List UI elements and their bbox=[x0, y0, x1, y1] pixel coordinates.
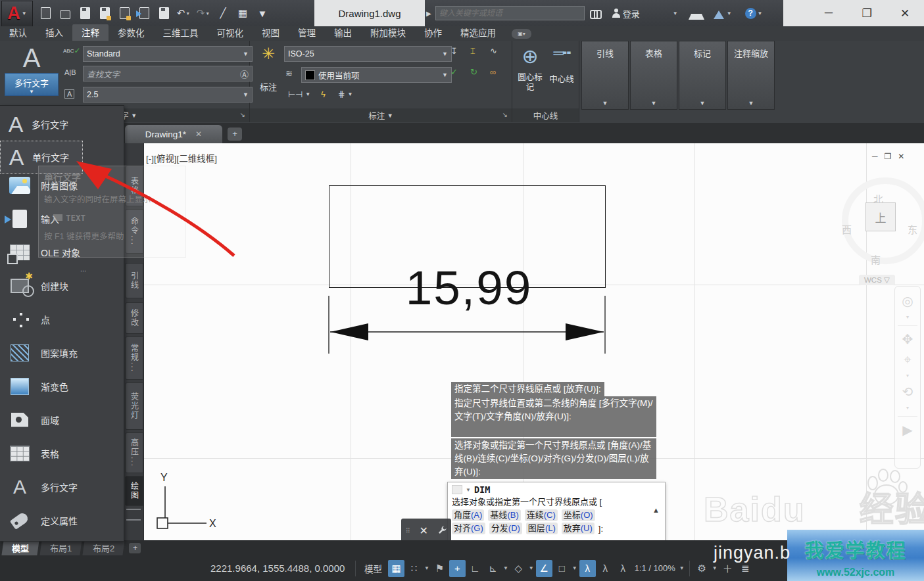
wrench-icon[interactable] bbox=[437, 525, 447, 536]
layout-tab-模型[interactable]: 模型 bbox=[1, 540, 39, 555]
open-icon[interactable] bbox=[57, 5, 73, 21]
command-option-L[interactable]: 图层(L) bbox=[526, 523, 558, 534]
search-expand-icon[interactable]: ▶ bbox=[426, 10, 431, 17]
polar-tracking-icon[interactable]: ⊾ bbox=[485, 560, 501, 577]
chevron-down-icon[interactable]: ▼ bbox=[503, 565, 508, 571]
menu-item-渐变色[interactable]: 渐变色 bbox=[0, 369, 123, 403]
dimension-button[interactable]: ✳ 标注 bbox=[254, 45, 283, 93]
dynamic-input-icon[interactable]: + bbox=[449, 560, 466, 577]
collapsed-panel-表格[interactable]: 表格▼ bbox=[630, 41, 677, 110]
showmotion-icon[interactable]: ▶ bbox=[902, 422, 912, 438]
menu-item-图案填充[interactable]: 图案填充 bbox=[0, 336, 123, 369]
object-snap-tracking-icon[interactable]: ∠ bbox=[536, 560, 552, 577]
command-option-U[interactable]: 放弃(U) bbox=[562, 523, 595, 534]
chevron-down-icon[interactable]: ▼ bbox=[582, 100, 628, 106]
measure-icon[interactable]: ╱ bbox=[215, 5, 231, 21]
help-icon[interactable]: ? bbox=[745, 8, 756, 19]
command-dock[interactable]: ⠿ ✕ bbox=[401, 519, 451, 542]
chevron-down-icon[interactable]: ▼ bbox=[679, 565, 685, 571]
object-snap-icon[interactable]: □ bbox=[554, 560, 570, 577]
chevron-down-icon[interactable]: ▼ bbox=[631, 100, 677, 106]
command-option-A[interactable]: 角度(A) bbox=[452, 509, 484, 521]
dim-break-icon[interactable]: ↧ bbox=[450, 46, 458, 56]
chevron-down-icon[interactable]: ▼ bbox=[727, 11, 732, 16]
sign-in-button[interactable]: 登录 bbox=[623, 7, 640, 20]
open-from-web-icon[interactable] bbox=[116, 5, 132, 21]
pan-icon[interactable]: ✥ bbox=[902, 331, 913, 347]
palette-tab-高压...[interactable]: 高压... bbox=[125, 432, 143, 473]
ortho-icon[interactable]: ∟ bbox=[467, 560, 483, 577]
minimize-icon[interactable]: ─ bbox=[810, 7, 848, 20]
annotation-autoscale-icon[interactable]: λ bbox=[597, 560, 614, 577]
palette-tab-荧光灯[interactable]: 荧光灯 bbox=[125, 383, 143, 430]
customization-gear-icon[interactable]: ⚙ bbox=[694, 560, 710, 577]
ribbon-tab-参数化[interactable]: 参数化 bbox=[109, 24, 154, 41]
command-option-G[interactable]: 对齐(G) bbox=[452, 523, 485, 534]
dialog-launcher-icon[interactable]: ↘ bbox=[502, 111, 508, 118]
mtext-split-button[interactable]: A 多行文字▼ bbox=[5, 44, 58, 96]
tolerance-icon[interactable]: ∿ bbox=[490, 46, 497, 56]
ribbon-tab-视图[interactable]: 视图 bbox=[253, 24, 289, 41]
find-text-input[interactable]: 查找文字 Ⓐ bbox=[83, 66, 253, 81]
annotation-scale-value[interactable]: 1:1 / 100% bbox=[635, 563, 675, 573]
text-style-select[interactable]: Standard▼ bbox=[83, 46, 253, 62]
chevron-down-icon[interactable]: ▼ bbox=[185, 11, 190, 16]
continue-dim-icon[interactable]: ⋕ ▼ bbox=[338, 89, 353, 99]
wcs-menu[interactable]: WCS ▽ bbox=[859, 275, 895, 285]
viewcube-top-face[interactable]: 上 bbox=[865, 202, 896, 231]
chevron-down-icon[interactable]: ▼ bbox=[205, 11, 210, 16]
command-window[interactable]: ▼ DIM 选择对象或指定第一个尺寸界线原点或 [ 角度(A)基线(B)连续(C… bbox=[447, 482, 666, 542]
menu-item-mtext[interactable]: A 多行文字 bbox=[0, 108, 83, 141]
ribbon-tab-默认[interactable]: 默认 bbox=[0, 24, 36, 41]
search-input[interactable] bbox=[435, 6, 585, 20]
connect-cloud-icon[interactable]: ▣▾ bbox=[512, 29, 531, 39]
grid-icon[interactable]: ▦ bbox=[388, 560, 404, 577]
maximize-icon[interactable]: ❐ bbox=[848, 7, 886, 20]
quick-dim-icon[interactable]: ϟ bbox=[321, 89, 326, 99]
collapsed-panel-引线[interactable]: 引线▼ bbox=[581, 41, 629, 110]
chevron-down-icon[interactable]: ▼ bbox=[466, 487, 471, 493]
palette-grip[interactable] bbox=[126, 509, 141, 521]
menu-item-定义属性[interactable]: 定义属性 bbox=[0, 503, 123, 537]
center-mark-button[interactable]: ⊕ 圆心标记 bbox=[515, 45, 545, 93]
centerline-button[interactable]: ═╍ 中心线 bbox=[547, 45, 577, 85]
undo-icon[interactable]: ↶▼ bbox=[176, 5, 191, 21]
close-icon[interactable]: ✕ bbox=[886, 7, 924, 20]
chevron-down-icon[interactable]: ▼ bbox=[572, 565, 577, 571]
linear-dim-icon[interactable]: ⊢⊣ ▼ bbox=[288, 89, 310, 99]
plot-icon[interactable] bbox=[156, 5, 172, 21]
command-option-B[interactable]: 基线(B) bbox=[488, 509, 520, 521]
annotation-visibility-icon[interactable]: λ bbox=[579, 560, 596, 577]
dialog-launcher-icon[interactable]: ↘ bbox=[240, 111, 245, 118]
command-option-O[interactable]: 坐标(O) bbox=[562, 509, 595, 521]
palette-tab-引线[interactable]: 引线 bbox=[125, 263, 143, 298]
ribbon-tab-协作[interactable]: 协作 bbox=[415, 24, 451, 41]
viewcube-south[interactable]: 南 bbox=[871, 252, 881, 266]
panel-label-dimension[interactable]: 标注 ▼ bbox=[250, 108, 512, 122]
navigation-wheel-icon[interactable]: ◎ bbox=[902, 293, 913, 309]
close-tab-icon[interactable]: ✕ bbox=[195, 129, 202, 139]
qat-customize-icon[interactable]: ▼ bbox=[255, 5, 270, 21]
close-icon[interactable]: ✕ bbox=[419, 524, 427, 537]
reassociate-icon[interactable]: ∞ bbox=[490, 67, 496, 77]
app-store-cart-icon[interactable] bbox=[689, 7, 704, 20]
command-option-C[interactable]: 连续(C) bbox=[525, 509, 558, 521]
infer-constraints-icon[interactable]: ⚑ bbox=[431, 560, 448, 577]
text-height-select[interactable]: 2.5▼ bbox=[83, 87, 253, 103]
command-history-toggle-icon[interactable]: ▲ bbox=[652, 506, 660, 514]
palette-tab-常规...[interactable]: 常规... bbox=[125, 337, 143, 380]
ribbon-tab-精选应用[interactable]: 精选应用 bbox=[451, 24, 505, 41]
ribbon-tab-输出[interactable]: 输出 bbox=[325, 24, 361, 41]
save-as-icon[interactable] bbox=[97, 5, 112, 21]
chevron-down-icon[interactable]: ▼ bbox=[712, 565, 717, 571]
viewcube[interactable]: 北 西 东 南 上 WCS ▽ bbox=[827, 163, 924, 288]
find-icon[interactable]: Ⓐ bbox=[240, 68, 249, 80]
collapsed-panel-标记[interactable]: 标记▼ bbox=[679, 41, 726, 110]
command-option-D[interactable]: 分发(D) bbox=[489, 523, 522, 534]
model-space-button[interactable]: 模型 bbox=[359, 562, 387, 575]
dim-update-icon[interactable]: ↻ bbox=[470, 67, 477, 77]
save-icon[interactable] bbox=[77, 5, 93, 21]
chevron-down-icon[interactable]: ▼ bbox=[424, 565, 429, 571]
ribbon-tab-插入[interactable]: 插入 bbox=[36, 24, 72, 41]
viewport-window-controls[interactable]: ─❐✕ bbox=[872, 152, 911, 161]
